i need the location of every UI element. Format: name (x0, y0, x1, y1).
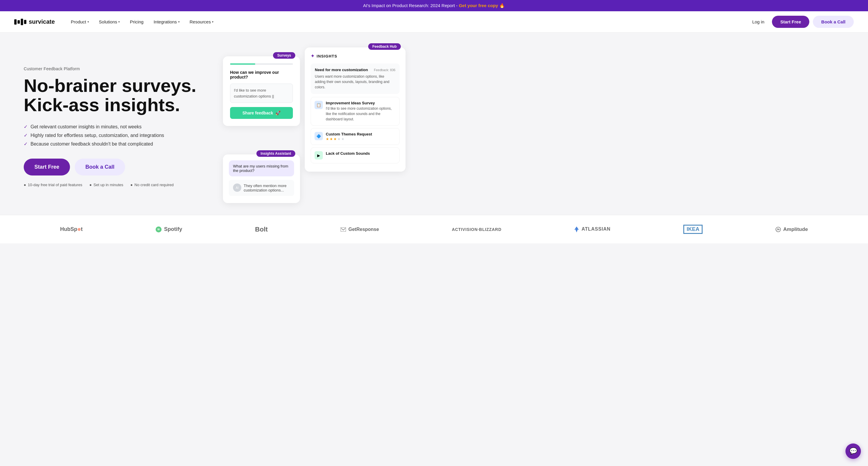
hero-tag: Customer Feedback Platform (24, 66, 208, 71)
feedback-item-subtitle: I'd like to see more customization optio… (326, 106, 396, 122)
feedback-item-title: Lack of Custom Sounds (326, 151, 396, 156)
hero-start-free-button[interactable]: Start Free (24, 159, 70, 176)
chevron-down-icon: ▾ (118, 20, 120, 24)
plus-icon: ✦ (311, 53, 315, 59)
main-nav: survicate Product ▾ Solutions ▾ Pricing … (0, 11, 868, 33)
assistant-answer: AI They often mention more customization… (229, 180, 294, 196)
logo-spotify: Spotify (156, 226, 182, 232)
bullet-3: ✓ Because customer feedback shouldn't be… (24, 141, 208, 147)
logo[interactable]: survicate (14, 19, 55, 25)
hero-bullets: ✓ Get relevant customer insights in minu… (24, 124, 208, 147)
assistant-avatar: AI (233, 184, 241, 192)
hero-right: Surveys How can we improve our product? … (219, 51, 409, 203)
feedback-item-sounds: ▶ Lack of Custom Sounds (311, 147, 400, 163)
survey-item-icon: 📋 (314, 101, 323, 109)
bullet-icon: ● (89, 183, 92, 187)
book-call-button[interactable]: Book a Call (813, 16, 854, 28)
nav-item-product[interactable]: Product ▾ (67, 17, 93, 27)
feedback-hub-card: Feedback Hub ✦ INSIGHTS Need for more cu… (305, 48, 406, 172)
nav-item-integrations[interactable]: Integrations ▾ (149, 17, 184, 27)
top-banner: AI's Impact on Product Research: 2024 Re… (0, 0, 868, 11)
chevron-down-icon: ▾ (88, 20, 89, 24)
logo-amplitude: Amplitude (776, 226, 808, 232)
bullet-1: ✓ Get relevant customer insights in minu… (24, 124, 208, 129)
feedback-hub-badge: Feedback Hub (368, 43, 401, 50)
feedback-item-content: Lack of Custom Sounds (326, 151, 396, 156)
svg-line-3 (777, 228, 778, 230)
insight-count: Feedback: 836 (374, 68, 396, 72)
nav-item-resources[interactable]: Resources ▾ (186, 17, 218, 27)
logo-icon (14, 19, 26, 25)
login-button[interactable]: Log in (748, 17, 768, 27)
assistant-badge: Insights Assistant (256, 150, 295, 157)
banner-text: AI's Impact on Product Research: 2024 Re… (363, 3, 459, 8)
insights-assistant-card: Insights Assistant What are my users mis… (223, 154, 300, 203)
survey-progress-fill (230, 63, 255, 65)
bullet-icon: ● (24, 183, 26, 187)
star-4: ★ (337, 137, 341, 141)
insights-header: ✦ INSIGHTS (311, 53, 400, 59)
logo-ikea: IKEA (683, 225, 703, 234)
svg-line-5 (779, 229, 779, 230)
chevron-down-icon: ▾ (212, 20, 213, 24)
hero-cta: Start Free Book a Call (24, 159, 208, 176)
start-free-button[interactable]: Start Free (772, 16, 809, 28)
logo-activision-blizzard: ACTIVISION·BLIZZARD (452, 227, 501, 232)
star-1: ★ (326, 137, 329, 141)
logos-bar: HubSpt Spotify Bolt GetResponse ACTIVISI… (0, 215, 868, 243)
hero-book-call-button[interactable]: Book a Call (75, 159, 125, 176)
survey-card: Surveys How can we improve our product? … (223, 56, 300, 126)
svg-line-4 (778, 228, 779, 230)
insight-desc: Users want more customization options, l… (315, 74, 396, 90)
bullet-2: ✓ Highly rated for effortless setup, cus… (24, 132, 208, 138)
insight-title-row: Need for more customization Feedback: 83… (315, 68, 396, 72)
svg-rect-1 (341, 227, 346, 231)
check-icon: ✓ (24, 132, 28, 138)
star-rating: ★ ★ ★ ★ ★ (326, 137, 396, 141)
footnote-credit: ● No credit card required (130, 183, 174, 187)
banner-link[interactable]: Get your free copy (459, 3, 498, 8)
footnote-setup: ● Set up in minutes (89, 183, 123, 187)
logo-text: survicate (29, 19, 55, 25)
banner-emoji: 🔥 (499, 3, 505, 8)
feedback-item-content: Custom Themes Request ★ ★ ★ ★ ★ (326, 132, 396, 141)
feedback-item-title: Improvement Ideas Survey (326, 101, 396, 105)
assistant-question: What are my users missing from the produ… (229, 160, 294, 176)
hero-title: No-brainer surveys. Kick-ass insights. (24, 76, 208, 115)
star-2: ★ (330, 137, 333, 141)
themes-item-icon: 🔷 (314, 132, 323, 140)
nav-actions: Log in Start Free Book a Call (748, 16, 854, 28)
nav-links: Product ▾ Solutions ▾ Pricing Integratio… (67, 17, 748, 27)
survey-progress (230, 63, 293, 65)
hero-cards-left: Surveys How can we improve our product? … (223, 51, 300, 203)
feedback-item-survey: 📋 Improvement Ideas Survey I'd like to s… (311, 97, 400, 126)
insight-title: Need for more customization (315, 68, 368, 72)
insight-block: Need for more customization Feedback: 83… (311, 63, 400, 94)
hero-left: Customer Feedback Platform No-brainer su… (24, 66, 208, 187)
survey-submit-button[interactable]: Share feedback 🚀 (230, 107, 293, 119)
logo-getresponse: GetResponse (341, 227, 379, 232)
logo-hubspot: HubSpt (60, 226, 83, 232)
check-icon: ✓ (24, 141, 28, 147)
star-3: ★ (334, 137, 337, 141)
logo-atlassian: ATLASSIAN (574, 226, 610, 232)
sounds-item-icon: ▶ (314, 151, 323, 159)
survey-answer: I'd like to see more customization optio… (230, 84, 293, 103)
feedback-item-content: Improvement Ideas Survey I'd like to see… (326, 101, 396, 122)
feedback-item-title: Custom Themes Request (326, 132, 396, 136)
hero-section: Customer Feedback Platform No-brainer su… (0, 33, 868, 215)
footnote-trial: ● 10-day free trial of paid features (24, 183, 82, 187)
survey-badge: Surveys (273, 52, 295, 59)
feedback-item-themes: 🔷 Custom Themes Request ★ ★ ★ ★ ★ (311, 128, 400, 145)
check-icon: ✓ (24, 124, 28, 129)
star-5: ★ (341, 137, 344, 141)
chevron-down-icon: ▾ (178, 20, 180, 24)
bullet-icon: ● (130, 183, 133, 187)
survey-question: How can we improve our product? (230, 70, 293, 80)
logo-bolt: Bolt (255, 226, 268, 233)
nav-item-solutions[interactable]: Solutions ▾ (95, 17, 124, 27)
nav-item-pricing[interactable]: Pricing (126, 17, 148, 27)
hero-footnotes: ● 10-day free trial of paid features ● S… (24, 183, 208, 187)
